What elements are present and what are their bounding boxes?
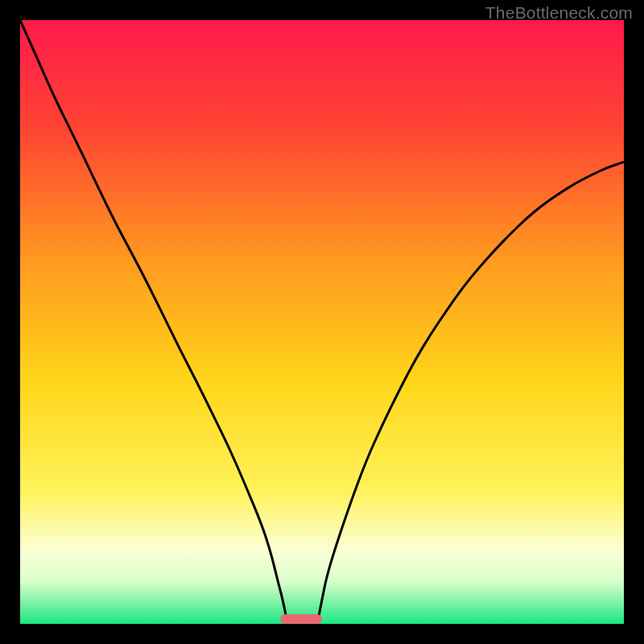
curve-right-branch (317, 162, 624, 624)
plot-area (20, 20, 624, 624)
curve-left-branch (20, 20, 287, 624)
chart-frame: TheBottleneck.com (0, 0, 644, 644)
curve-layer (20, 20, 624, 624)
minimum-marker (280, 614, 323, 624)
